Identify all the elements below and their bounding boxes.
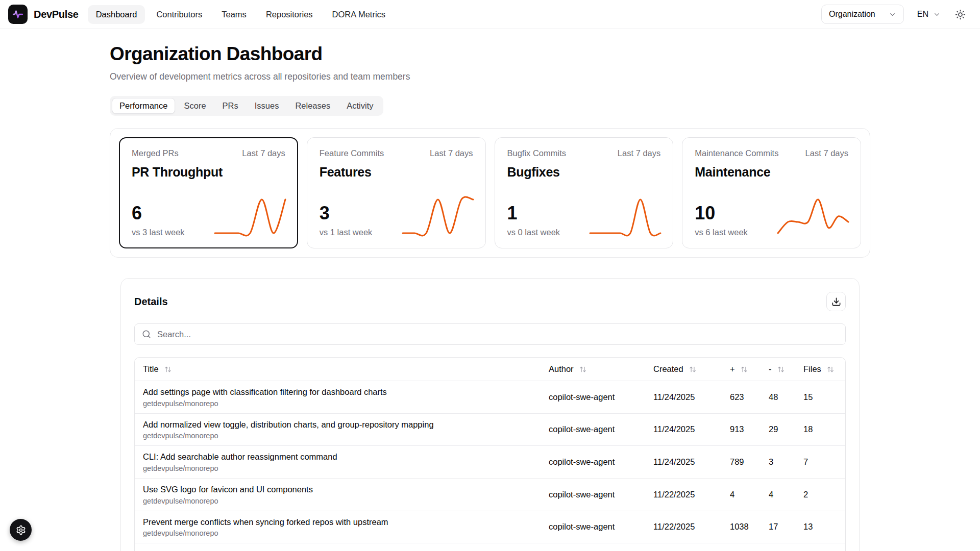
cell-files: 7 — [795, 446, 845, 479]
sort-icon — [827, 366, 834, 373]
nav-item[interactable]: Contributors — [148, 5, 210, 24]
column-header[interactable]: Files — [795, 358, 845, 381]
cell-title: Prevent merge conflicts when syncing for… — [135, 511, 541, 543]
tab[interactable]: PRs — [215, 98, 246, 114]
devpulse-logo[interactable] — [8, 5, 28, 24]
column-header-label: - — [769, 364, 772, 373]
metric-card[interactable]: Feature Commits Last 7 days Features 3 v… — [307, 137, 486, 248]
metric-card[interactable]: Maintenance Commits Last 7 days Maintena… — [682, 137, 861, 248]
tab[interactable]: Releases — [287, 98, 338, 114]
tab[interactable]: Performance — [112, 98, 175, 114]
cell-deletions: 3 — [761, 446, 795, 479]
cell-files: 15 — [795, 381, 845, 414]
metric-card[interactable]: Bugfix Commits Last 7 days Bugfixes 1 vs… — [495, 137, 674, 248]
cell-author: copilot-swe-agent — [541, 511, 645, 543]
metric-card[interactable]: Merged PRs Last 7 days PR Throughput 6 v… — [119, 137, 298, 248]
pr-title: Prevent merge conflicts when syncing for… — [143, 517, 532, 528]
metric-label: Bugfix Commits — [507, 148, 567, 158]
metric-value: 10 — [695, 204, 748, 222]
cell-author: copilot-swe-agent — [541, 478, 645, 511]
column-header[interactable]: + — [722, 358, 761, 381]
pr-repo: getdevpulse/monorepo — [143, 399, 532, 408]
cell-files: 18 — [795, 413, 845, 446]
tab[interactable]: Activity — [339, 98, 381, 114]
language-selector[interactable]: EN — [915, 8, 943, 21]
table-row[interactable]: Prevent merge conflicts when syncing for… — [135, 511, 845, 543]
metric-comparison: vs 0 last week — [507, 228, 560, 237]
pr-repo: getdevpulse/monorepo — [143, 529, 532, 537]
metric-title: PR Throughput — [132, 165, 285, 180]
chevron-down-icon — [933, 11, 941, 18]
table-header-row: Title Author Created + - Files — [135, 358, 845, 381]
cell-created: 11/24/2025 — [645, 381, 722, 414]
theme-toggle-button[interactable] — [954, 8, 967, 21]
table-row[interactable]: Add normalized view toggle, distribution… — [135, 413, 845, 446]
cell-title: CLI: Add searchable author reassignment … — [135, 446, 541, 479]
metric-period: Last 7 days — [805, 148, 848, 158]
pr-title: Fix OIDC authentication by removing dupl… — [143, 549, 532, 551]
cell-files: 5 — [795, 543, 845, 551]
table-row[interactable]: Add settings page with classification fi… — [135, 381, 845, 414]
cell-created: 11/22/2025 — [645, 478, 722, 511]
cell-title: Add normalized view toggle, distribution… — [135, 413, 541, 446]
table-row[interactable]: Use SVG logo for favicon and UI componen… — [135, 478, 845, 511]
metric-title: Features — [320, 165, 473, 180]
cell-deletions: 48 — [761, 381, 795, 414]
cell-files: 2 — [795, 478, 845, 511]
organization-selector[interactable]: Organization — [821, 5, 904, 24]
metric-tabs: Performance Score PRs Issues Releases Ac… — [110, 96, 383, 116]
metric-title: Maintenance — [695, 165, 848, 180]
sort-icon — [164, 366, 172, 373]
cell-author: copilot-swe-agent — [541, 446, 645, 479]
metric-label: Merged PRs — [132, 148, 179, 158]
metric-title: Bugfixes — [507, 165, 661, 180]
tab[interactable]: Score — [176, 98, 213, 114]
cell-author: copilot-swe-agent — [541, 381, 645, 414]
cell-created: 11/22/2025 — [645, 511, 722, 543]
organization-selector-label: Organization — [829, 10, 875, 19]
main-content: Organization Dashboard Overview of devel… — [110, 43, 870, 551]
metric-comparison: vs 3 last week — [132, 228, 185, 237]
pr-repo: getdevpulse/monorepo — [143, 432, 532, 440]
download-button[interactable] — [826, 292, 846, 311]
column-header[interactable]: Title — [135, 358, 541, 381]
table-row[interactable]: CLI: Add searchable author reassignment … — [135, 446, 845, 479]
brand-name: DevPulse — [34, 9, 79, 20]
sort-icon — [579, 366, 586, 373]
cell-additions: 623 — [722, 381, 761, 414]
nav-item[interactable]: Teams — [213, 5, 255, 24]
search-input[interactable] — [156, 329, 838, 340]
sort-icon — [777, 366, 785, 373]
details-table: Title Author Created + - Files — [134, 357, 846, 551]
sparkline-chart — [590, 195, 660, 237]
metric-cards-group: Merged PRs Last 7 days PR Throughput 6 v… — [110, 128, 870, 258]
cell-deletions: 29 — [761, 413, 795, 446]
column-header[interactable]: Author — [541, 358, 645, 381]
metric-value: 6 — [132, 204, 185, 222]
sort-icon — [741, 366, 748, 373]
nav-item[interactable]: Dashboard — [88, 5, 145, 24]
metric-comparison: vs 6 last week — [695, 228, 748, 237]
cell-additions: 538 — [722, 543, 761, 551]
column-header[interactable]: Created — [645, 358, 722, 381]
metric-comparison: vs 1 last week — [320, 228, 373, 237]
search-bar — [134, 323, 846, 345]
metric-label: Maintenance Commits — [695, 148, 778, 158]
cell-additions: 913 — [722, 413, 761, 446]
top-nav-bar: DevPulse Dashboard Contributors Teams Re… — [0, 0, 980, 29]
pr-repo: getdevpulse/monorepo — [143, 464, 532, 472]
column-header-label: + — [730, 364, 735, 373]
cell-author: copilot-swe-agent — [541, 543, 645, 551]
cell-title: Use SVG logo for favicon and UI componen… — [135, 478, 541, 511]
pr-title: Use SVG logo for favicon and UI componen… — [143, 484, 532, 495]
nav-item[interactable]: DORA Metrics — [324, 5, 394, 24]
column-header[interactable]: - — [761, 358, 795, 381]
table-row[interactable]: Fix OIDC authentication by removing dupl… — [135, 543, 845, 551]
sparkline-chart — [403, 195, 473, 237]
tab[interactable]: Issues — [247, 98, 287, 114]
metric-value: 1 — [507, 204, 560, 222]
cell-additions: 1038 — [722, 511, 761, 543]
language-label: EN — [917, 10, 928, 19]
settings-fab-button[interactable] — [10, 519, 32, 541]
nav-item[interactable]: Repositories — [258, 5, 321, 24]
